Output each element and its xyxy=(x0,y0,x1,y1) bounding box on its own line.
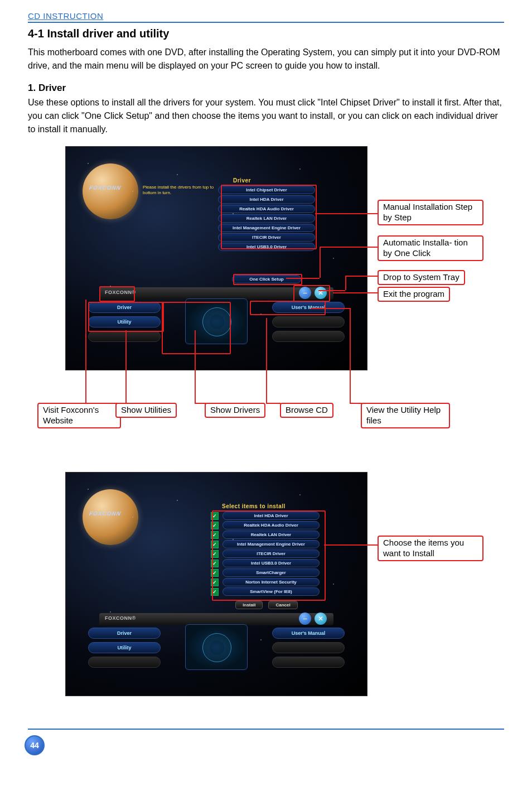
callout-manual-step: Manual Installation Step by Step xyxy=(378,200,483,225)
callout-help: View the Utility Help files xyxy=(361,403,450,428)
driver-list: Intel Chipset Driver Intel HDA Driver Re… xyxy=(211,186,322,251)
check-icon[interactable]: ✓ xyxy=(211,531,219,539)
foxconn-logo[interactable]: FOXCONN xyxy=(89,510,122,517)
check-icon[interactable]: ✓ xyxy=(211,560,219,567)
cockpit-panel: Driver Utility User's Manual xyxy=(88,628,345,678)
install-button[interactable]: Install xyxy=(235,601,263,609)
check-icon[interactable]: ✓ xyxy=(211,578,219,586)
panel-title-driver: Driver xyxy=(233,177,251,184)
driver-item[interactable]: Realtek LAN Driver xyxy=(218,214,315,223)
driver-item[interactable]: Intel HDA Driver xyxy=(218,195,315,204)
driver-item[interactable]: Realtek HDA Audio Driver xyxy=(218,205,315,213)
install-item[interactable]: Realtek HDA Audio Driver xyxy=(223,521,320,529)
install-item[interactable]: Intel HDA Driver xyxy=(223,512,320,520)
page-title: 4-1 Install driver and utility xyxy=(28,27,504,40)
driver-item[interactable]: ITECIR Driver xyxy=(218,233,315,242)
install-item[interactable]: SmartView (For IE8) xyxy=(223,587,320,596)
close-icon[interactable]: ✕ xyxy=(315,613,327,625)
section-link[interactable]: CD INSTRUCTION xyxy=(28,11,103,21)
section-header: CD INSTRUCTION xyxy=(28,11,504,23)
foxconn-logo[interactable]: FOXCONN xyxy=(89,185,122,191)
nav-utility-button[interactable]: Utility xyxy=(88,642,161,653)
check-icon[interactable]: ✓ xyxy=(211,512,219,520)
brand-label: FOXCONN® xyxy=(105,290,136,295)
page-number: 44 xyxy=(25,735,45,755)
bottom-bar xyxy=(99,287,333,300)
footer-rule xyxy=(28,729,504,730)
bottom-bar xyxy=(99,613,333,625)
brand-label: FOXCONN® xyxy=(105,615,136,621)
nav-manual-button[interactable]: User's Manual xyxy=(272,302,345,313)
nav-manual-button[interactable]: User's Manual xyxy=(272,628,345,639)
callout-show-utilities: Show Utilities xyxy=(115,403,177,418)
install-item[interactable]: Intel USB3.0 Driver xyxy=(223,559,320,567)
radar-graphic[interactable] xyxy=(185,624,248,670)
nav-empty-slot xyxy=(88,331,161,342)
nav-utility-button[interactable]: Utility xyxy=(88,316,161,327)
nav-empty-slot xyxy=(272,331,345,342)
check-icon[interactable]: ✓ xyxy=(211,569,219,577)
install-item[interactable]: Intel Management Engine Driver xyxy=(223,540,320,548)
nav-empty-slot xyxy=(272,316,345,327)
driver-item[interactable]: Intel USB3.0 Driver xyxy=(218,243,315,251)
callout-choose-items: Choose the items you want to Install xyxy=(378,536,483,561)
install-item[interactable]: ITECIR Driver xyxy=(223,549,320,558)
install-item[interactable]: Norton Internet Security xyxy=(223,578,320,586)
nav-empty-slot xyxy=(88,657,161,668)
check-icon[interactable]: ✓ xyxy=(211,522,219,529)
callout-browse-cd: Browse CD xyxy=(280,403,333,418)
minimize-icon[interactable]: – xyxy=(299,287,311,299)
callout-exit: Exit the program xyxy=(378,287,450,302)
check-icon[interactable]: ✓ xyxy=(211,550,219,558)
callout-tray: Drop to System Tray xyxy=(378,270,465,285)
help-text: Please install the drivers from top to b… xyxy=(143,185,226,196)
check-icon[interactable]: ✓ xyxy=(211,541,219,548)
planet-graphic xyxy=(83,163,138,219)
callout-show-drivers: Show Drivers xyxy=(205,403,265,418)
install-item-list: ✓Intel HDA Driver ✓Realtek HDA Audio Dri… xyxy=(211,512,322,596)
one-click-setup-button[interactable]: One Click Setup xyxy=(232,275,301,283)
driver-paragraph: Use these options to install all the dri… xyxy=(28,96,504,136)
install-item[interactable]: SmartCharger xyxy=(223,568,320,577)
nav-empty-slot xyxy=(272,657,345,668)
driver-item[interactable]: Intel Management Engine Driver xyxy=(218,224,315,232)
nav-empty-slot xyxy=(272,642,345,653)
installer-screenshot-select: FOXCONN Select items to install ✓Intel H… xyxy=(65,472,367,696)
nav-driver-button[interactable]: Driver xyxy=(88,628,161,639)
cockpit-panel: Driver Utility User's Manual xyxy=(88,302,345,352)
intro-paragraph: This motherboard comes with one DVD, aft… xyxy=(28,46,504,73)
driver-heading: 1. Driver xyxy=(28,83,504,94)
cancel-button[interactable]: Cancel xyxy=(268,601,297,609)
panel-title-select: Select items to install xyxy=(222,503,286,509)
check-icon[interactable]: ✓ xyxy=(211,588,219,596)
install-item[interactable]: Realtek LAN Driver xyxy=(223,531,320,539)
close-icon[interactable]: ✕ xyxy=(315,287,327,299)
planet-graphic xyxy=(83,489,138,545)
callout-auto: Automatic Installa- tion by One Click xyxy=(378,235,483,261)
installer-screenshot-driver: FOXCONN Please install the drivers from … xyxy=(65,146,367,370)
callout-visit-website: Visit Foxconn's Website xyxy=(37,403,121,428)
driver-item[interactable]: Intel Chipset Driver xyxy=(218,186,315,194)
nav-driver-button[interactable]: Driver xyxy=(88,302,161,313)
minimize-icon[interactable]: – xyxy=(299,613,311,625)
